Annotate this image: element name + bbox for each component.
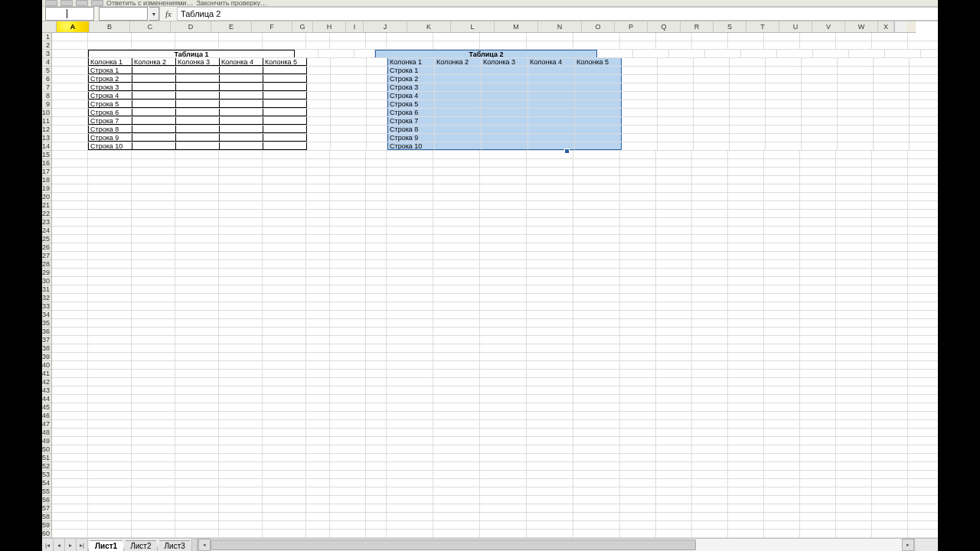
cell[interactable] [263, 168, 306, 175]
cell[interactable] [367, 75, 387, 83]
cell[interactable] [730, 142, 766, 150]
cell[interactable] [527, 210, 573, 217]
cell[interactable] [366, 353, 387, 360]
cell[interactable] [132, 83, 176, 91]
horizontal-scrollbar[interactable]: ◂ ▸ [198, 539, 914, 551]
cell[interactable]: Строка 4 [387, 92, 435, 99]
row-header[interactable]: 12 [42, 126, 51, 134]
cell[interactable] [263, 243, 306, 251]
cell[interactable] [908, 235, 938, 243]
cell[interactable] [175, 513, 219, 520]
cell[interactable] [480, 513, 527, 520]
cell[interactable] [908, 328, 938, 335]
cell[interactable]: Строка 10 [387, 142, 435, 150]
cell[interactable] [330, 243, 366, 251]
cell[interactable] [836, 252, 872, 259]
cell[interactable] [220, 83, 263, 91]
cell[interactable] [764, 168, 800, 175]
cell[interactable] [175, 336, 219, 344]
cell[interactable] [330, 33, 366, 41]
cell[interactable] [219, 504, 263, 512]
cell[interactable] [88, 445, 132, 453]
cell[interactable] [132, 75, 176, 83]
cell[interactable] [88, 496, 132, 504]
cell[interactable] [219, 471, 263, 478]
cell[interactable] [88, 184, 132, 192]
row-header[interactable]: 7 [42, 83, 51, 92]
cell[interactable] [52, 487, 88, 495]
column-header[interactable]: J [364, 21, 407, 32]
cell[interactable] [728, 454, 764, 461]
cell[interactable] [263, 361, 306, 369]
cell[interactable] [764, 471, 800, 478]
cell[interactable] [527, 437, 573, 445]
cell[interactable] [482, 75, 528, 83]
cell[interactable] [480, 353, 527, 360]
cell[interactable] [330, 496, 366, 504]
scroll-track[interactable] [211, 539, 902, 551]
cell[interactable] [692, 184, 728, 192]
cell[interactable] [838, 142, 874, 150]
cell[interactable] [872, 210, 908, 217]
cell[interactable] [367, 58, 387, 66]
cell[interactable] [175, 479, 219, 487]
cell[interactable] [527, 277, 573, 285]
cell[interactable] [874, 83, 910, 91]
cell[interactable] [330, 302, 366, 310]
cell[interactable] [874, 92, 910, 99]
cell[interactable] [306, 252, 330, 259]
cell[interactable] [433, 403, 480, 411]
select-all-corner[interactable] [42, 21, 57, 33]
cell[interactable] [482, 142, 528, 150]
cell[interactable] [88, 269, 132, 276]
cell[interactable] [728, 370, 764, 377]
cell[interactable] [366, 496, 387, 504]
cell[interactable] [387, 227, 433, 234]
cell[interactable] [764, 437, 800, 445]
cell[interactable] [836, 454, 872, 461]
cell[interactable] [480, 403, 527, 411]
cell[interactable] [306, 243, 330, 251]
column-header[interactable]: X [878, 21, 894, 32]
cell[interactable] [480, 504, 527, 512]
cell[interactable] [908, 285, 938, 293]
cell[interactable] [800, 370, 836, 377]
column-header[interactable]: S [714, 21, 746, 32]
cell[interactable] [52, 311, 88, 318]
cell[interactable] [764, 294, 800, 302]
cell[interactable] [176, 117, 220, 125]
cell[interactable] [480, 302, 527, 310]
cell[interactable] [527, 269, 573, 276]
cell[interactable] [330, 361, 366, 369]
cell[interactable] [330, 378, 366, 386]
cell[interactable] [307, 142, 331, 150]
cell[interactable] [836, 386, 872, 394]
cell[interactable] [872, 260, 908, 268]
cell[interactable] [175, 370, 219, 377]
cell[interactable] [219, 344, 263, 352]
cell[interactable] [622, 92, 658, 99]
cell[interactable] [219, 361, 263, 369]
cell[interactable] [219, 218, 263, 226]
cell[interactable] [175, 437, 219, 445]
cell[interactable] [908, 277, 938, 285]
cell[interactable] [692, 168, 728, 175]
cell[interactable]: Строка 5 [88, 100, 132, 108]
cell[interactable] [800, 420, 836, 428]
cell[interactable] [433, 319, 480, 327]
cell[interactable] [307, 109, 331, 116]
cell[interactable] [175, 361, 219, 369]
cell[interactable] [764, 151, 800, 158]
cell[interactable] [528, 100, 575, 108]
cell[interactable] [764, 302, 800, 310]
cell[interactable] [366, 420, 387, 428]
cell[interactable] [527, 227, 573, 234]
cell[interactable] [330, 311, 366, 318]
cell[interactable] [766, 134, 802, 142]
cell[interactable] [482, 83, 528, 91]
cell[interactable] [88, 33, 132, 41]
cell[interactable] [482, 117, 528, 125]
cell[interactable] [908, 378, 938, 386]
cell[interactable] [872, 269, 908, 276]
cell[interactable] [800, 496, 836, 504]
